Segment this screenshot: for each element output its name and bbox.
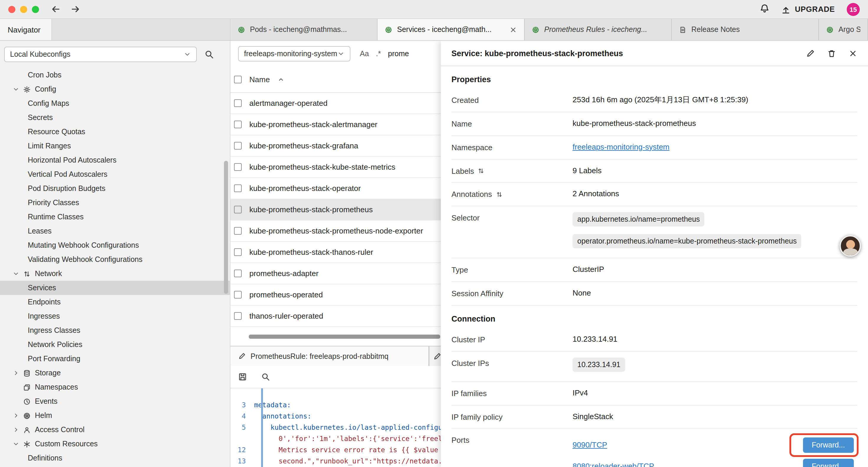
sidebar-item-definitions[interactable]: Definitions (0, 451, 230, 465)
table-row-prometheus-operated[interactable]: prometheus-operated (230, 284, 441, 305)
table-row-prometheus-adapter[interactable]: prometheus-adapter (230, 263, 441, 284)
navigator-tab[interactable]: Navigator (0, 19, 52, 40)
close-icon[interactable] (848, 49, 857, 58)
swap-vertical-icon[interactable] (495, 191, 502, 198)
back-icon[interactable] (51, 4, 61, 14)
name-column-header[interactable]: Name (249, 75, 270, 84)
chevron-down-icon[interactable] (13, 86, 19, 92)
search-value[interactable]: prome (388, 50, 409, 58)
sidebar-item-access-control[interactable]: Access Control (0, 423, 230, 437)
case-sensitive-toggle[interactable]: Aa (360, 50, 369, 58)
tab-pods-icecheng-mathmas[interactable]: Pods - icecheng@mathmas... (230, 19, 378, 40)
tab-close-icon[interactable] (509, 26, 517, 33)
tab-argo-se[interactable]: Argo Se (819, 19, 868, 40)
row-checkbox[interactable] (234, 312, 242, 320)
tab-services-icecheng-math[interactable]: Services - icecheng@math... (378, 19, 525, 40)
chevron-right-icon[interactable] (13, 370, 19, 376)
sidebar-item-limit-ranges[interactable]: Limit Ranges (0, 139, 230, 153)
sidebar-item-services[interactable]: Services (0, 281, 230, 295)
sidebar-item-port-forwarding[interactable]: Port Forwarding (0, 352, 230, 366)
port-link[interactable]: 8080:reloader-web/TCP (572, 461, 654, 467)
sidebar-item-ingresses[interactable]: Ingresses (0, 309, 230, 323)
sidebar-item-cron-jobs[interactable]: Cron Jobs (0, 68, 230, 82)
trash-icon[interactable] (827, 49, 836, 58)
table-row-kube-prometheus-stack-kube-state-metrics[interactable]: kube-prometheus-stack-kube-state-metrics (230, 157, 441, 178)
sidebar-item-validating-webhook-configurations[interactable]: Validating Webhook Configurations (0, 253, 230, 267)
sidebar-item-runtime-classes[interactable]: Runtime Classes (0, 210, 230, 224)
tab-prometheus-rules-icecheng[interactable]: Prometheus Rules - icecheng... (525, 19, 672, 40)
object-search-input[interactable]: Aa .* prome (360, 50, 409, 58)
namespace-selector[interactable]: freeleaps-monitoring-system (238, 46, 350, 61)
swap-vertical-icon[interactable] (478, 167, 485, 174)
search-icon[interactable] (205, 50, 214, 59)
tab-release-notes[interactable]: Release Notes (672, 19, 819, 40)
select-all-checkbox[interactable] (234, 76, 242, 83)
chevron-down-icon[interactable] (13, 441, 19, 447)
row-checkbox[interactable] (234, 291, 242, 298)
sidebar-item-horizontal-pod-autoscalers[interactable]: Horizontal Pod Autoscalers (0, 153, 230, 167)
sidebar-item-custom-resources[interactable]: Custom Resources (0, 437, 230, 451)
table-row-kube-prometheus-stack-prometheus-node-exporter[interactable]: kube-prometheus-stack-prometheus-node-ex… (230, 221, 441, 242)
table-row-kube-prometheus-stack-operator[interactable]: kube-prometheus-stack-operator (230, 178, 441, 199)
search-icon[interactable] (261, 372, 270, 381)
row-checkbox[interactable] (234, 163, 242, 171)
horizontal-scrollbar-thumb[interactable] (249, 334, 440, 339)
sidebar-item-config-maps[interactable]: Config Maps (0, 96, 230, 111)
table-row-thanos-ruler-operated[interactable]: thanos-ruler-operated (230, 305, 441, 327)
sidebar-item-priority-classes[interactable]: Priority Classes (0, 196, 230, 210)
sidebar-item-ingress-classes[interactable]: Ingress Classes (0, 323, 230, 338)
forward-icon[interactable] (70, 4, 80, 14)
namespace-link[interactable]: freeleaps-monitoring-system (572, 142, 670, 151)
table-row-kube-prometheus-stack-grafana[interactable]: kube-prometheus-stack-grafana (230, 135, 441, 157)
pencil-icon (433, 352, 441, 360)
regex-toggle[interactable]: .* (376, 50, 381, 58)
sidebar-item-config[interactable]: Config (0, 82, 230, 96)
floating-avatar[interactable] (840, 235, 861, 257)
sidebar-item-events[interactable]: Events (0, 394, 230, 408)
sidebar-item-namespaces[interactable]: Namespaces (0, 380, 230, 394)
sidebar-item-secrets[interactable]: Secrets (0, 111, 230, 125)
row-checkbox[interactable] (234, 184, 242, 192)
sidebar-item-mutating-webhook-configurations[interactable]: Mutating Webhook Configurations (0, 238, 230, 253)
dock-tab-partial[interactable] (429, 346, 441, 366)
close-window-button[interactable] (8, 6, 16, 13)
forward-button[interactable]: Forward... (803, 459, 854, 467)
chevron-right-icon[interactable] (13, 413, 19, 418)
caret-up-icon[interactable] (277, 76, 284, 83)
chevron-right-icon[interactable] (13, 427, 19, 433)
row-checkbox[interactable] (234, 269, 242, 277)
port-link[interactable]: 9090/TCP (572, 440, 607, 451)
forward-button[interactable]: Forward... (803, 438, 854, 453)
row-checkbox[interactable] (234, 248, 242, 256)
zoom-window-button[interactable] (32, 6, 39, 13)
upgrade-button[interactable]: UPGRADE (781, 4, 835, 14)
table-row-alertmanager-operated[interactable]: alertmanager-operated (230, 93, 441, 114)
kubeconfig-selector[interactable]: Local Kubeconfigs (4, 47, 197, 62)
yaml-editor[interactable]: 3metadata:4 annotations:5 kubectl.kubern… (230, 388, 441, 467)
notification-badge[interactable]: 15 (847, 3, 860, 16)
table-row-kube-prometheus-stack-prometheus[interactable]: kube-prometheus-stack-prometheus (230, 199, 441, 221)
chevron-down-icon[interactable] (13, 271, 19, 276)
row-checkbox[interactable] (234, 121, 242, 128)
sidebar-item-pod-disruption-budgets[interactable]: Pod Disruption Budgets (0, 181, 230, 196)
row-checkbox[interactable] (234, 206, 242, 213)
sidebar-item-helm[interactable]: Helm (0, 408, 230, 423)
sidebar-item-storage[interactable]: Storage (0, 366, 230, 380)
bell-icon[interactable] (760, 3, 769, 13)
row-checkbox[interactable] (234, 99, 242, 107)
sidebar-scrollbar-thumb[interactable] (224, 161, 228, 294)
table-row-kube-prometheus-stack-thanos-ruler[interactable]: kube-prometheus-stack-thanos-ruler (230, 242, 441, 263)
sidebar-item-network[interactable]: Network (0, 267, 230, 281)
floppy-icon[interactable] (238, 372, 247, 381)
pencil-icon[interactable] (806, 49, 815, 58)
sidebar-item-leases[interactable]: Leases (0, 224, 230, 238)
sidebar-item-vertical-pod-autoscalers[interactable]: Vertical Pod Autoscalers (0, 167, 230, 181)
row-checkbox[interactable] (234, 227, 242, 235)
row-checkbox[interactable] (234, 142, 242, 150)
sidebar-item-endpoints[interactable]: Endpoints (0, 295, 230, 309)
table-row-kube-prometheus-stack-alertmanager[interactable]: kube-prometheus-stack-alertmanager (230, 114, 441, 135)
sidebar-item-resource-quotas[interactable]: Resource Quotas (0, 125, 230, 139)
dock-tab-prometheusrule[interactable]: PrometheusRule: freeleaps-prod-rabbitmq (230, 346, 429, 366)
sidebar-item-network-policies[interactable]: Network Policies (0, 338, 230, 352)
minimize-window-button[interactable] (20, 6, 27, 13)
